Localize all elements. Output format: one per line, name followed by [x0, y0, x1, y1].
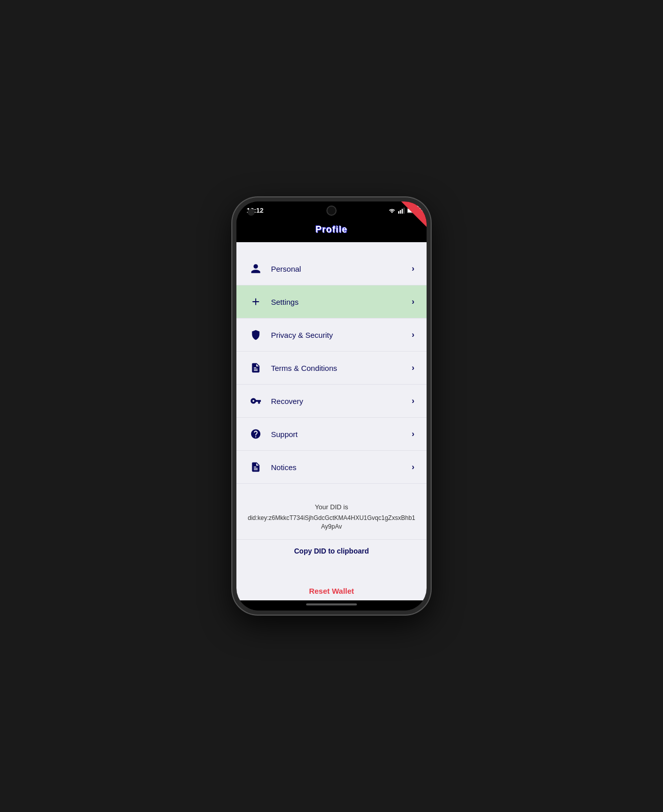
reset-wallet-button[interactable]: Reset Wallet — [236, 577, 427, 600]
app-title: Profile — [315, 224, 347, 235]
menu-label-terms: Terms & Conditions — [271, 364, 412, 372]
document-icon — [249, 361, 263, 375]
menu-label-recovery: Recovery — [271, 397, 412, 405]
menu-item-terms[interactable]: Terms & Conditions › — [236, 352, 427, 385]
chevron-support: › — [412, 429, 414, 439]
menu-label-notices: Notices — [271, 463, 412, 472]
wifi-icon — [388, 208, 396, 214]
chevron-settings: › — [412, 297, 414, 306]
menu-item-support[interactable]: Support › — [236, 418, 427, 451]
menu-item-recovery[interactable]: Recovery › — [236, 385, 427, 418]
home-indicator — [236, 600, 427, 611]
key-icon — [249, 394, 263, 408]
chevron-notices: › — [412, 462, 414, 472]
menu-label-personal: Personal — [271, 265, 412, 273]
spacer — [236, 567, 427, 577]
app-header: Profile — [236, 217, 427, 242]
did-section: Your DID is did:key:z6MkkcT734iSjhGdcGct… — [236, 489, 427, 539]
status-bar: 10:12 — [236, 201, 427, 217]
signal-icon — [398, 208, 405, 214]
chevron-terms: › — [412, 363, 414, 372]
menu-item-personal[interactable]: Personal › — [236, 252, 427, 285]
plus-icon — [249, 295, 263, 309]
menu-item-privacy-security[interactable]: Privacy & Security › — [236, 318, 427, 352]
did-label: Your DID is — [247, 503, 416, 511]
menu-item-notices[interactable]: Notices › — [236, 451, 427, 484]
chevron-privacy: › — [412, 330, 414, 339]
copy-did-button[interactable]: Copy DID to clipboard — [236, 539, 427, 562]
person-icon — [249, 262, 263, 276]
menu-section: Personal › Settings › — [236, 242, 427, 489]
shield-icon — [249, 328, 263, 342]
home-bar — [306, 603, 357, 605]
svg-rect-2 — [402, 209, 403, 213]
menu-label-settings: Settings — [271, 298, 412, 306]
svg-rect-3 — [404, 208, 405, 214]
svg-rect-1 — [400, 210, 401, 213]
camera-dot — [248, 209, 255, 216]
chevron-personal: › — [412, 264, 414, 273]
help-icon — [249, 427, 263, 441]
chevron-recovery: › — [412, 396, 414, 405]
list-icon — [249, 460, 263, 474]
phone-frame: BUG 10:12 — [232, 197, 431, 615]
menu-item-settings[interactable]: Settings › — [236, 285, 427, 318]
menu-label-privacy: Privacy & Security — [271, 331, 412, 339]
app-title-text: Profile — [315, 224, 347, 235]
menu-label-support: Support — [271, 430, 412, 439]
notch — [326, 206, 337, 216]
did-value: did:key:z6MkkcT734iSjhGdcGctKMA4HXU1Gvqc… — [247, 514, 416, 531]
app-content: Personal › Settings › — [236, 242, 427, 600]
svg-rect-0 — [398, 211, 399, 214]
phone-screen: BUG 10:12 — [236, 201, 427, 611]
